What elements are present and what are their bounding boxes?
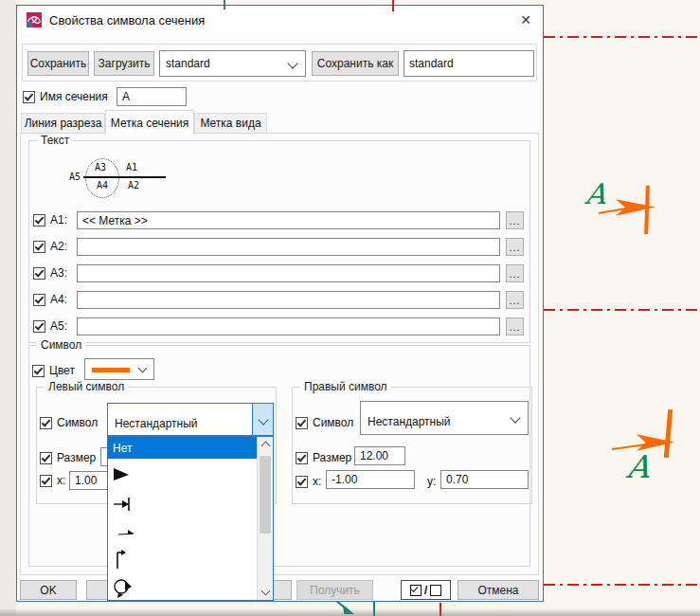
chevron-down-icon [258,414,268,425]
save-as-button[interactable]: Сохранить как [312,51,399,76]
a4-input[interactable] [77,291,500,309]
a2-input[interactable] [77,238,500,256]
dropdown-item-corner-flag[interactable] [108,547,257,573]
dropdown-item-half-arrow[interactable] [108,520,257,543]
a1-input[interactable]: << Метка >> [77,211,500,229]
left-symbol-combo[interactable]: Нестандартный [107,403,274,436]
right-x-input[interactable]: -1.00 [326,470,415,489]
a4-more-button[interactable]: ... [506,291,524,309]
a3-checkbox[interactable] [33,267,45,280]
diagram-a4-label: A4 [97,180,108,190]
checked-box-icon [410,585,422,596]
a2-checkbox[interactable] [33,241,45,253]
load-button[interactable]: Загрузить [94,51,154,76]
chevron-down-icon [287,58,297,68]
save-as-input[interactable]: standard [404,50,534,77]
a1-label: A1: [50,213,67,226]
tab-view-mark[interactable]: Метка вида [194,113,267,134]
dropdown-item-circle-arrow[interactable] [108,575,257,602]
arrow-bar-icon [113,496,134,513]
right-y-input[interactable]: 0.70 [440,470,529,489]
preset-combo-value: standard [166,57,210,70]
a5-label: A5: [50,319,67,333]
a3-label: A3: [50,266,67,280]
dash-dot-line-top [544,36,700,38]
dash-dot-line-bottom [544,584,700,586]
tab-cut-line[interactable]: Линия разреза [21,113,105,134]
unchecked-box-icon [430,585,441,596]
dash-dot-line-middle [544,309,700,311]
right-symbol-combo[interactable]: Нестандартный [360,401,529,435]
red-tick-mark-top [392,0,394,11]
left-x-label: x: [57,474,65,487]
right-x-checkbox[interactable] [296,476,308,488]
right-size-checkbox[interactable] [296,452,308,464]
right-size-input[interactable]: 12.00 [354,446,405,465]
close-button[interactable]: ✕ [514,10,537,29]
right-symbol-combo-value: Нестандартный [368,415,451,428]
left-size-checkbox[interactable] [40,452,52,464]
color-swatch-orange [92,368,130,372]
a5-checkbox[interactable] [33,320,45,333]
toggle-all-button[interactable]: / [401,580,451,600]
a2-more-button[interactable]: ... [506,238,524,256]
tab-section-mark[interactable]: Метка сечения [105,110,194,135]
right-symbol-label: Символ [313,416,353,429]
section-marker-letter: A [583,180,607,208]
color-checkbox[interactable] [32,365,45,377]
dropdown-item-arrow-bar[interactable] [108,492,257,516]
symbol-dropdown-list: Нет [107,436,274,601]
a2-label: A2: [50,240,67,253]
left-x-checkbox[interactable] [40,475,52,487]
save-button[interactable]: Сохранить [27,51,89,76]
diagram-section-line [83,176,166,178]
chevron-down-icon [510,412,520,423]
diagram-a3-label: A3 [95,162,106,172]
a1-checkbox[interactable] [33,214,45,226]
canvas-left-strip [0,0,16,616]
left-symbol-checkbox[interactable] [40,417,52,429]
color-label: Цвет [49,364,75,377]
a4-label: A4: [50,293,67,306]
section-cut-bar [664,409,673,458]
preset-toolbar-group: Сохранить Загрузить standard Сохранить к… [22,44,537,82]
a5-more-button[interactable]: ... [506,317,524,335]
ok-button[interactable]: OK [20,580,77,600]
section-name-checkbox[interactable] [23,91,35,103]
a1-more-button[interactable]: ... [506,211,524,229]
a5-input[interactable] [77,317,500,335]
left-symbol-combo-value: Нестандартный [115,417,198,430]
diagram-a2-label: A2 [128,180,139,190]
dialog-title: Свойства символа сечения [49,13,205,27]
scroll-up-icon[interactable] [261,442,271,451]
title-bar[interactable]: Свойства символа сечения ✕ [17,6,543,34]
scrollbar-thumb[interactable] [260,456,271,534]
color-combo[interactable] [84,358,154,380]
dropdown-scrollbar[interactable] [257,437,273,600]
section-name-label: Имя сечения [40,90,108,103]
preset-combo[interactable]: standard [159,50,306,77]
symbol-group-title: Символ [37,338,85,352]
scroll-down-icon[interactable] [261,587,271,596]
section-marker-letter: A [625,451,651,482]
corner-flag-icon [113,550,132,571]
half-arrow-icon [113,524,137,539]
right-symbol-group-title: Правый символ [300,380,391,393]
circle-arrow-icon [113,576,135,601]
combo-dropdown-button[interactable] [252,404,273,435]
right-symbol-checkbox[interactable] [296,417,308,429]
text-group-title: Текст [37,134,73,147]
dropdown-item-filled-arrow[interactable] [108,462,257,488]
a3-more-button[interactable]: ... [506,264,524,282]
bottom-shadow [0,608,700,616]
cancel-button[interactable]: Отмена [458,580,539,600]
section-name-input[interactable]: A [117,87,187,106]
left-size-label: Размер [57,451,96,464]
dropdown-item-none[interactable]: Нет [108,437,257,459]
app-icon [27,12,42,27]
left-symbol-label: Символ [57,416,98,429]
chevron-down-icon [138,364,148,373]
a3-input[interactable] [77,264,500,282]
a4-checkbox[interactable] [33,294,45,306]
get-button: Получить [296,580,373,600]
